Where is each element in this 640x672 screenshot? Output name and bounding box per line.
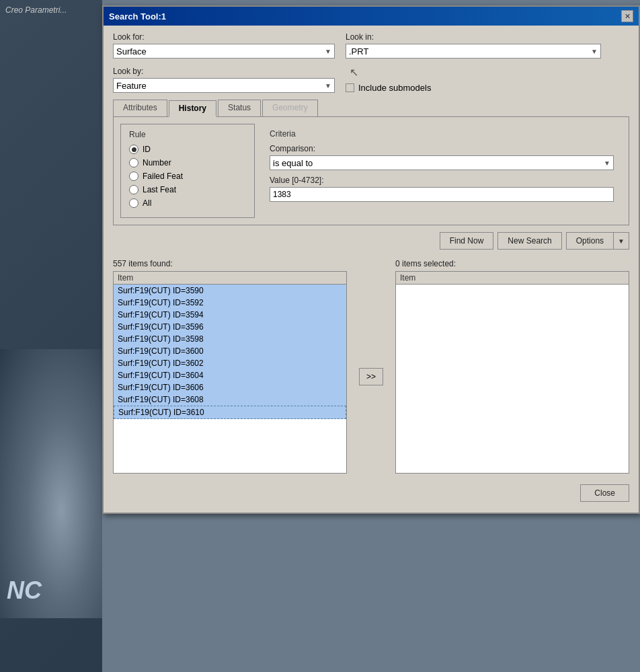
- value-range-label: Value [0-4732]:: [270, 176, 614, 185]
- radio-failed-feat-label: Failed Feat: [143, 172, 183, 181]
- list-item[interactable]: Surf:F19(CUT) ID=3594: [114, 309, 346, 321]
- lookby-arrow-icon: ▼: [325, 82, 331, 89]
- rule-radio-all[interactable]: All: [129, 198, 246, 208]
- criteria-value-input[interactable]: [270, 187, 614, 202]
- comparison-arrow-icon: ▼: [604, 159, 610, 167]
- right-result-panel: 0 items selected: Item: [395, 259, 629, 474]
- dialog-close-button[interactable]: ✕: [621, 10, 633, 22]
- find-now-button[interactable]: Find Now: [440, 232, 494, 250]
- lookby-label: Look by:: [113, 67, 335, 76]
- lookfor-lookin-row: Look for: Surface ▼ Look in: .PRT ▼: [113, 32, 629, 59]
- radio-number-btn[interactable]: [129, 158, 138, 167]
- radio-all-label: All: [143, 198, 151, 208]
- lookby-select[interactable]: Feature ▼: [113, 78, 335, 93]
- transfer-button[interactable]: >>: [359, 368, 383, 385]
- rule-box: Rule ID Number Failed Feat: [120, 124, 255, 218]
- right-result-list-body: [396, 285, 629, 473]
- lookby-value: Feature: [116, 81, 147, 91]
- lookfor-label: Look for:: [113, 32, 335, 42]
- lookfor-group: Look for: Surface ▼: [113, 32, 335, 59]
- dialog-title: Search Tool:1: [109, 11, 166, 22]
- cursor-pointer-icon: ↖: [346, 64, 362, 80]
- lookfor-arrow-icon: ▼: [325, 48, 331, 55]
- right-list-header: Item: [396, 272, 629, 285]
- submodels-checkbox[interactable]: [346, 83, 354, 92]
- lookin-group: Look in: .PRT ▼: [346, 32, 601, 59]
- list-item[interactable]: Surf:F19(CUT) ID=3604: [114, 369, 346, 381]
- options-button[interactable]: Options: [566, 232, 614, 250]
- options-dropdown-arrow[interactable]: ▼: [614, 232, 629, 250]
- left-result-count: 557 items found:: [113, 259, 347, 268]
- list-item[interactable]: Surf:F19(CUT) ID=3608: [114, 394, 346, 406]
- left-list-header: Item: [114, 272, 346, 285]
- dialog-body: Look for: Surface ▼ Look in: .PRT ▼ Look…: [104, 26, 639, 513]
- dialog-titlebar: Search Tool:1 ✕: [104, 7, 639, 26]
- creo-app-label: Creo Parametri...: [5, 5, 67, 15]
- submodels-row: Include submodels: [346, 83, 431, 93]
- lookby-group: Look by: Feature ▼: [113, 67, 335, 93]
- lookin-select[interactable]: .PRT ▼: [346, 44, 601, 59]
- criteria-title: Criteria: [270, 129, 614, 139]
- tab-status[interactable]: Status: [218, 100, 261, 116]
- lookin-right-col: ↖ Include submodels: [346, 64, 431, 93]
- list-item[interactable]: Surf:F19(CUT) ID=3596: [114, 321, 346, 333]
- list-item[interactable]: Surf:F19(CUT) ID=3590: [114, 285, 346, 297]
- tab-geometry[interactable]: Geometry: [262, 100, 318, 116]
- tabs-bar: Attributes History Status Geometry: [113, 100, 629, 117]
- radio-id-btn[interactable]: [129, 145, 138, 154]
- criteria-box: Criteria Comparison: is equal to ▼ Value…: [262, 124, 622, 218]
- list-item[interactable]: Surf:F19(CUT) ID=3606: [114, 381, 346, 394]
- close-button[interactable]: Close: [580, 484, 629, 502]
- rule-radio-number[interactable]: Number: [129, 158, 246, 167]
- radio-id-label: ID: [143, 145, 151, 154]
- results-area: 557 items found: Item Surf:F19(CUT) ID=3…: [113, 259, 629, 474]
- rule-radio-last-feat[interactable]: Last Feat: [129, 185, 246, 194]
- action-buttons-row: Find Now New Search Options ▼: [113, 232, 629, 250]
- nc-label: NC: [7, 576, 42, 605]
- new-search-button[interactable]: New Search: [497, 232, 561, 250]
- bottom-bar: Close: [113, 482, 629, 506]
- left-result-list-body[interactable]: Surf:F19(CUT) ID=3590Surf:F19(CUT) ID=35…: [114, 285, 346, 473]
- comparison-select[interactable]: is equal to ▼: [270, 155, 614, 170]
- tab-history[interactable]: History: [169, 100, 216, 117]
- radio-last-feat-btn[interactable]: [129, 185, 138, 194]
- left-result-panel: 557 items found: Item Surf:F19(CUT) ID=3…: [113, 259, 347, 474]
- tab-attributes[interactable]: Attributes: [113, 100, 167, 116]
- lookfor-select[interactable]: Surface ▼: [113, 44, 335, 59]
- tab-content-history: Rule ID Number Failed Feat: [113, 117, 629, 225]
- radio-all-btn[interactable]: [129, 198, 138, 208]
- search-tool-dialog: Search Tool:1 ✕ Look for: Surface ▼ Look…: [102, 5, 640, 514]
- rule-title: Rule: [129, 130, 246, 139]
- options-btn-group: Options ▼: [566, 232, 629, 250]
- comparison-value: is equal to: [273, 158, 313, 168]
- list-item[interactable]: Surf:F19(CUT) ID=3592: [114, 297, 346, 309]
- lookby-row: Look by: Feature ▼ ↖ Include submodels: [113, 64, 629, 93]
- rule-radio-failed-feat[interactable]: Failed Feat: [129, 172, 246, 181]
- right-result-list-container: Item: [395, 271, 629, 474]
- lookin-label: Look in:: [346, 32, 601, 42]
- list-item[interactable]: Surf:F19(CUT) ID=3598: [114, 333, 346, 345]
- tab-inner-history: Rule ID Number Failed Feat: [120, 124, 622, 218]
- submodels-label: Include submodels: [358, 83, 431, 93]
- radio-last-feat-label: Last Feat: [143, 185, 176, 194]
- transfer-column: >>: [356, 259, 386, 474]
- right-result-count: 0 items selected:: [395, 259, 629, 268]
- lookfor-value: Surface: [116, 46, 147, 57]
- left-result-list-container: Item Surf:F19(CUT) ID=3590Surf:F19(CUT) …: [113, 271, 347, 474]
- radio-failed-feat-btn[interactable]: [129, 172, 138, 181]
- lookin-arrow-icon: ▼: [591, 48, 598, 55]
- list-item[interactable]: Surf:F19(CUT) ID=3600: [114, 345, 346, 357]
- lookin-value: .PRT: [349, 46, 368, 57]
- radio-number-label: Number: [143, 158, 171, 167]
- rule-radio-id[interactable]: ID: [129, 145, 246, 154]
- list-item[interactable]: Surf:F19(CUT) ID=3610: [114, 406, 346, 419]
- list-item[interactable]: Surf:F19(CUT) ID=3602: [114, 357, 346, 369]
- comparison-label: Comparison:: [270, 144, 614, 153]
